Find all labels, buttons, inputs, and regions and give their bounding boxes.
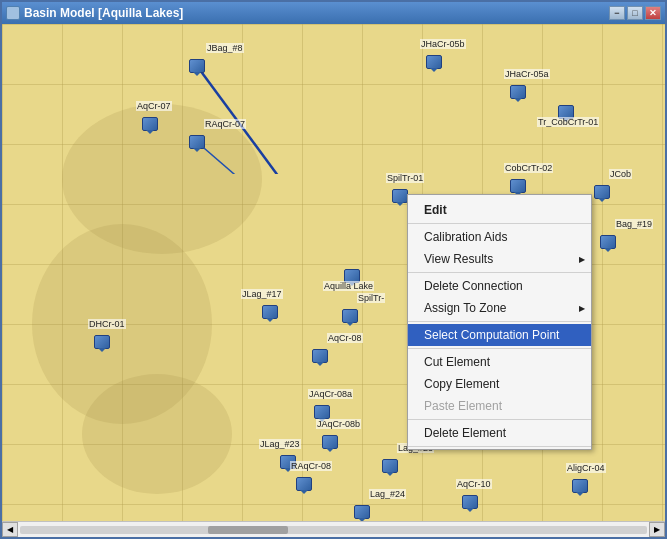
scroll-right-button[interactable]: ▶ (649, 522, 665, 537)
node-label-cobcrtr02: CobCrTr-02 (504, 163, 553, 173)
menu-section-delete: Delete Connection Assign To Zone (408, 273, 591, 322)
node-label-spiltr: SpilTr- (357, 293, 385, 303)
context-menu: Edit Calibration Aids View Results Delet… (407, 194, 592, 450)
node-aqcr10[interactable]: AqCr-10 (461, 493, 479, 511)
node-trcobcrtr01[interactable]: Tr_CobCrTr-01 (557, 103, 575, 121)
node-icon-bag19 (600, 235, 616, 249)
node-icon-cobcrtr02 (510, 179, 526, 193)
node-icon-aligcr04 (572, 479, 588, 493)
node-label-aligcr04: AligCr-04 (566, 463, 606, 473)
node-label-aqcr08: AqCr-08 (327, 333, 363, 343)
menu-section-clipboard: Cut Element Copy Element Paste Element (408, 349, 591, 420)
terrain-blob-3 (82, 374, 232, 494)
node-icon-dhcr01 (94, 335, 110, 349)
node-label-lag24: Lag_#24 (369, 489, 406, 499)
title-buttons: − □ ✕ (609, 6, 661, 20)
node-dhcr01[interactable]: DHCr-01 (93, 333, 111, 351)
node-label-aqcr07: AqCr-07 (136, 101, 172, 111)
node-raqcr08[interactable]: RAqCr-08 (295, 475, 313, 493)
node-icon-jbag8 (189, 59, 205, 73)
menu-item-calibration-aids[interactable]: Calibration Aids (408, 226, 591, 248)
scroll-left-button[interactable]: ◀ (2, 522, 18, 537)
close-button[interactable]: ✕ (645, 6, 661, 20)
node-icon-lag24 (354, 505, 370, 519)
maximize-button[interactable]: □ (627, 6, 643, 20)
menu-item-delete-connection[interactable]: Delete Connection (408, 275, 591, 297)
node-label-jaqcr08b: JAqCr-08b (316, 419, 361, 429)
node-icon-aqcr10 (462, 495, 478, 509)
node-icon-aqcr08 (312, 349, 328, 363)
node-label-jlag23: JLag_#23 (259, 439, 301, 449)
node-label-jbag8: JBag_#8 (206, 43, 244, 53)
node-aqcr08[interactable]: AqCr-08 (311, 347, 329, 365)
menu-label-view-results: View Results (424, 252, 493, 266)
node-jcob[interactable]: JCob (593, 183, 611, 201)
menu-item-copy-element[interactable]: Copy Element (408, 373, 591, 395)
node-raqcr07[interactable]: RAqCr-07 (188, 133, 206, 151)
node-icon-spiltr (342, 309, 358, 323)
node-icon-aqcr07 (142, 117, 158, 131)
node-icon-jaqcr08a (314, 405, 330, 419)
horizontal-scrollbar: ◀ ▶ (2, 521, 665, 537)
node-icon-jcob (594, 185, 610, 199)
menu-item-delete-element[interactable]: Delete Element (408, 422, 591, 444)
minimize-button[interactable]: − (609, 6, 625, 20)
node-jhaccr05b[interactable]: JHaCr-05b (425, 53, 443, 71)
node-jlag17[interactable]: JLag_#17 (261, 303, 279, 321)
node-cobcrtr02[interactable]: CobCrTr-02 (509, 177, 527, 195)
node-label-bag19: Bag_#19 (615, 219, 653, 229)
node-label-jaqcr08a: JAqCr-08a (308, 389, 353, 399)
menu-item-paste-element[interactable]: Paste Element (408, 395, 591, 417)
menu-label-edit: Edit (424, 203, 447, 217)
node-spiltr[interactable]: SpilTr- (341, 307, 359, 325)
node-label-aquilla-lake: Aquilla Lake (323, 281, 374, 291)
scroll-track[interactable] (20, 526, 647, 534)
menu-item-edit[interactable]: Edit (408, 199, 591, 221)
node-label-dhcr01: DHCr-01 (88, 319, 126, 329)
node-label-jcob: JCob (609, 169, 632, 179)
node-icon-jhaccr05a (510, 85, 526, 99)
title-bar: Basin Model [Aquilla Lakes] − □ ✕ (2, 2, 665, 24)
menu-item-cut-element[interactable]: Cut Element (408, 351, 591, 373)
node-lag23[interactable]: Lag_#23 (381, 457, 399, 475)
node-icon-raqcr08 (296, 477, 312, 491)
window-title: Basin Model [Aquilla Lakes] (24, 6, 183, 20)
title-bar-left: Basin Model [Aquilla Lakes] (6, 6, 183, 20)
node-label-raqcr08: RAqCr-08 (290, 461, 332, 471)
node-label-raqcr07: RAqCr-07 (204, 119, 246, 129)
menu-section-edit: Edit (408, 197, 591, 224)
menu-section-calibration: Calibration Aids View Results (408, 224, 591, 273)
node-label-aqcr10: AqCr-10 (456, 479, 492, 489)
node-jbag8[interactable]: JBag_#8 (188, 57, 206, 75)
node-icon-spiltr01 (392, 189, 408, 203)
node-jaqcr08b[interactable]: JAqCr-08b (321, 433, 339, 451)
node-jhaccr05a[interactable]: JHaCr-05a (509, 83, 527, 101)
menu-section-computation: Select Computation Point (408, 322, 591, 349)
node-icon-jaqcr08b (322, 435, 338, 449)
scroll-thumb[interactable] (208, 526, 288, 534)
app-icon (6, 6, 20, 20)
node-icon-jlag17 (262, 305, 278, 319)
node-icon-lag23 (382, 459, 398, 473)
node-label-trcobcrtr01: Tr_CobCrTr-01 (537, 117, 599, 127)
node-icon-raqcr07 (189, 135, 205, 149)
node-icon-jhaccr05b (426, 55, 442, 69)
node-label-spiltr01: SpilTr-01 (386, 173, 424, 183)
menu-label-assign-to-zone: Assign To Zone (424, 301, 507, 315)
menu-section-delete-element: Delete Element (408, 420, 591, 447)
node-lag24[interactable]: Lag_#24 (353, 503, 371, 521)
node-label-jhaccr05b: JHaCr-05b (420, 39, 466, 49)
menu-item-select-computation-point[interactable]: Select Computation Point (408, 324, 591, 346)
main-window: Basin Model [Aquilla Lakes] − □ ✕ (0, 0, 667, 539)
map-container[interactable]: JBag_#8 JHaCr-05b JHaCr-05a Tr_CobCrTr-0… (2, 24, 665, 521)
node-aligcr04[interactable]: AligCr-04 (571, 477, 589, 495)
menu-item-assign-to-zone[interactable]: Assign To Zone (408, 297, 591, 319)
node-label-jhaccr05a: JHaCr-05a (504, 69, 550, 79)
node-aqcr07[interactable]: AqCr-07 (141, 115, 159, 133)
node-label-jlag17: JLag_#17 (241, 289, 283, 299)
node-aquilla-lake[interactable]: Aquilla Lake (343, 267, 361, 285)
menu-item-view-results[interactable]: View Results (408, 248, 591, 270)
node-bag19[interactable]: Bag_#19 (599, 233, 617, 251)
